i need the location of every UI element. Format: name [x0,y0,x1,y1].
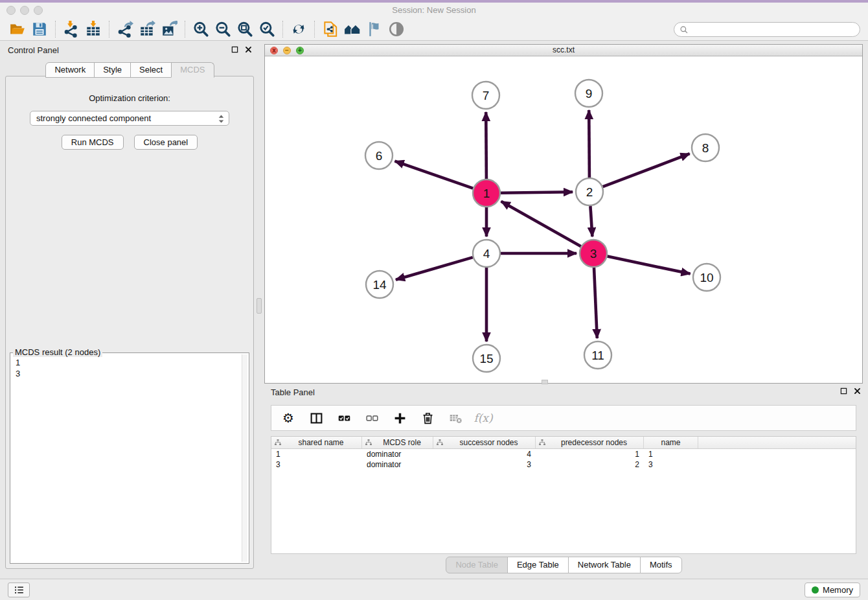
run-mcds-button[interactable]: Run MCDS [62,135,124,150]
cell-MCDS-role[interactable]: dominator [362,449,433,459]
optimization-criterion-value: strongly connected component [36,113,151,123]
svg-text:8: 8 [702,141,709,155]
search-input[interactable] [692,25,854,34]
toolbar-separator [55,21,56,38]
add-column-icon[interactable] [392,410,407,426]
toggle-panes-icon[interactable] [308,410,324,426]
splitter-handle[interactable] [257,298,262,314]
import-table-icon[interactable] [82,20,104,38]
edge-3-10[interactable] [608,257,691,274]
svg-text:4: 4 [483,247,490,260]
node-7[interactable]: 7 [472,82,499,109]
optimization-criterion-select[interactable]: strongly connected component [30,111,229,126]
edge-1-2[interactable] [501,192,573,192]
memory-button[interactable]: Memory [805,583,860,597]
node-4[interactable]: 4 [473,240,500,267]
export-table-icon[interactable] [136,20,158,38]
node-15[interactable]: 15 [473,345,500,372]
table-panel-tabs: Node TableEdge TableNetwork TableMotifs [264,557,863,573]
node-8[interactable]: 8 [692,134,719,161]
tab-motifs[interactable]: Motifs [640,557,682,573]
first-neighbors-icon[interactable] [341,20,363,38]
export-image-icon[interactable] [158,20,180,38]
close-panel-icon[interactable] [244,45,253,54]
tab-network-table[interactable]: Network Table [568,557,641,573]
select-all-rows-icon[interactable] [336,410,352,426]
table-panel: Table Panel ⚙f(x) shared nameMCDS rolesu… [264,386,863,575]
annotation-flag-icon[interactable] [363,20,385,38]
edge-2-3[interactable] [590,206,592,237]
task-history-button[interactable] [8,583,30,597]
float-panel-icon[interactable] [231,45,239,54]
search-box[interactable] [674,22,860,37]
cell-successor-nodes[interactable]: 3 [433,459,536,470]
result-scrollbar[interactable] [242,354,247,562]
edge-4-14[interactable] [396,257,473,280]
mcds-result-text[interactable]: 13 [12,356,240,562]
node-11[interactable]: 11 [584,341,611,369]
close-panel-button[interactable]: Close panel [134,135,198,150]
column-header-shared-name[interactable]: shared name [271,437,362,448]
node-1[interactable]: 1 [473,179,500,207]
column-header-MCDS-role[interactable]: MCDS role [362,437,433,448]
delete-column-icon[interactable] [420,410,435,426]
tab-mcds[interactable]: MCDS [171,62,214,78]
table-row[interactable]: 1dominator411 [271,449,856,459]
svg-text:14: 14 [372,278,387,292]
column-header-predecessor-nodes[interactable]: predecessor nodes [536,437,644,448]
control-panel-title: Control Panel [5,44,254,57]
cell-name[interactable]: 3 [644,459,698,470]
network-canvas[interactable]: 7968124314101511 [265,56,862,383]
node-6[interactable]: 6 [365,142,393,169]
vertical-splitter[interactable] [254,44,264,569]
mcds-result-line: 3 [16,368,236,379]
close-table-panel-icon[interactable] [853,387,862,395]
cell-successor-nodes[interactable]: 4 [433,449,536,459]
clone-network-icon[interactable] [319,20,341,38]
edge-1-7[interactable] [486,112,486,179]
float-table-panel-icon[interactable] [839,387,848,395]
node-14[interactable]: 14 [366,271,393,298]
column-header-name[interactable]: name [644,437,698,448]
edge-2-8[interactable] [603,154,690,187]
node-2[interactable]: 2 [576,178,603,205]
zoom-in-icon[interactable] [190,20,212,38]
edge-3-11[interactable] [594,268,597,338]
cell-shared-name[interactable]: 1 [271,449,362,459]
network-window-titlebar[interactable]: x − + scc.txt [265,45,862,56]
network-close-icon[interactable]: x [270,47,278,54]
edge-2-9[interactable] [589,110,589,178]
table-row[interactable]: 3dominator323 [271,459,856,470]
cell-name[interactable]: 1 [644,449,698,459]
open-session-icon[interactable] [6,20,29,38]
node-3[interactable]: 3 [580,240,607,267]
svg-text:1: 1 [483,187,490,200]
tab-node-table[interactable]: Node Table [446,557,508,573]
deselect-all-rows-icon[interactable] [364,410,380,426]
cell-predecessor-nodes[interactable]: 2 [536,459,644,470]
node-10[interactable]: 10 [693,264,720,291]
cell-predecessor-nodes[interactable]: 1 [536,449,644,459]
node-9[interactable]: 9 [575,80,602,107]
network-minimize-icon[interactable]: − [283,47,291,54]
table-settings-icon[interactable]: ⚙ [280,410,296,426]
tab-network[interactable]: Network [45,62,95,78]
show-graphics-details-icon[interactable] [385,20,407,38]
apply-layout-icon[interactable] [288,20,310,38]
cell-MCDS-role[interactable]: dominator [362,459,433,470]
zoom-fit-icon[interactable] [234,20,256,38]
import-network-icon[interactable] [60,20,82,38]
tab-style[interactable]: Style [94,62,131,78]
edge-3-1[interactable] [501,202,581,246]
network-maximize-icon[interactable]: + [296,47,304,54]
tab-edge-table[interactable]: Edge Table [507,557,569,573]
zoom-selected-icon[interactable] [256,20,278,38]
cell-shared-name[interactable]: 3 [271,459,362,470]
horizontal-splitter-handle[interactable] [542,380,548,384]
edge-1-6[interactable] [395,161,474,189]
zoom-out-icon[interactable] [212,20,234,38]
save-session-icon[interactable] [29,20,51,38]
column-header-successor-nodes[interactable]: successor nodes [433,437,536,448]
tab-select[interactable]: Select [130,62,172,78]
export-network-icon[interactable] [114,20,136,38]
